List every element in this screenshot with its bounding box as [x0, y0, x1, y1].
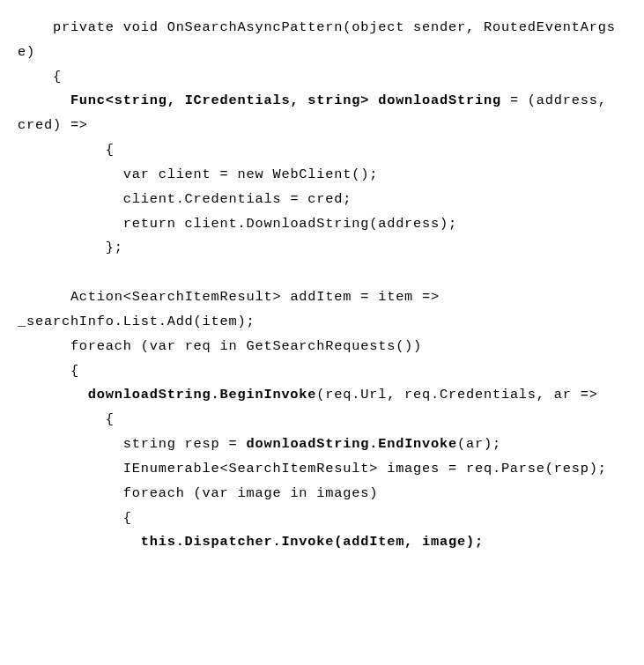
code-line: { [18, 69, 62, 85]
code-line [18, 264, 26, 280]
code-line: { [18, 363, 79, 379]
code-line: { [18, 142, 115, 158]
code-line: { [18, 411, 115, 427]
code-text: (ar); [457, 436, 501, 452]
code-line: }; [18, 240, 123, 255]
code-line: return client.DownloadString(address); [18, 216, 457, 232]
code-line [18, 92, 70, 108]
code-line [18, 387, 88, 403]
code-line: private void OnSearchAsyncPattern(object… [18, 19, 625, 60]
code-bold: downloadString.BeginInvoke [88, 387, 316, 403]
code-line: Action<SearchItemResult> addItem = item … [18, 289, 448, 329]
code-line: { [18, 510, 132, 526]
code-line: foreach (var req in GetSearchRequests()) [18, 338, 422, 354]
code-line: var client = new WebClient(); [18, 166, 378, 182]
code-bold: Func<string, ICredentials, string> downl… [70, 92, 501, 108]
code-line [18, 534, 141, 550]
code-bold: this.Dispatcher.Invoke(addItem, image); [141, 534, 484, 550]
code-block: private void OnSearchAsyncPattern(object… [18, 16, 626, 555]
code-line: client.Credentials = cred; [18, 191, 352, 207]
code-bold: EndInvoke [378, 436, 457, 452]
code-line: foreach (var image in images) [18, 485, 378, 501]
code-line: string resp = [18, 436, 246, 452]
code-line: IEnumerable<SearchItemResult> images = r… [18, 461, 607, 477]
code-text: (req.Url, req.Credentials, ar => [316, 387, 597, 403]
code-bold: downloadString. [246, 436, 378, 452]
